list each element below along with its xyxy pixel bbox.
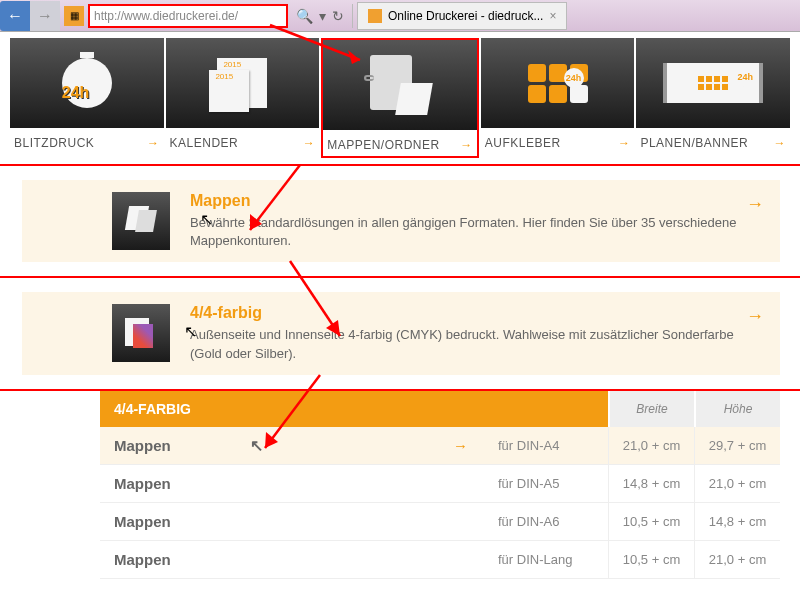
row-format: für DIN-A4 <box>488 427 608 464</box>
arrow-icon: → <box>746 306 764 327</box>
refresh-icon[interactable]: ↻ <box>332 8 344 24</box>
row-hoehe: 21,0 + cm <box>694 541 780 578</box>
arrow-icon: → <box>746 194 764 215</box>
arrow-icon: → <box>303 136 316 150</box>
tab-title: Online Druckerei - diedruck... <box>388 9 543 23</box>
category-blitzdruck[interactable]: 24h BLITZDRUCK→ <box>10 38 164 158</box>
cursor-icon: ↖ <box>250 436 263 455</box>
tab-favicon-icon <box>368 9 382 23</box>
row-hoehe: 21,0 + cm <box>694 465 780 502</box>
category-label: PLANEN/BANNER <box>640 136 748 150</box>
blitzdruck-icon: 24h <box>10 38 164 128</box>
cursor-icon: ↖ <box>184 322 197 341</box>
row-format: für DIN-A5 <box>488 465 608 502</box>
row-format: für DIN-Lang <box>488 541 608 578</box>
category-nav: 24h BLITZDRUCK→ 20152015 KALENDER→ MAPPE… <box>0 32 800 164</box>
arrow-icon: → <box>618 136 631 150</box>
row-format: für DIN-A6 <box>488 503 608 540</box>
option-description: Bewährte Standardlösungen in allen gängi… <box>190 214 740 250</box>
col-header-hoehe: Höhe <box>694 391 780 427</box>
category-label: MAPPEN/ORDNER <box>327 138 440 152</box>
table-row[interactable]: Mappen für DIN-Lang 10,5 + cm 21,0 + cm <box>100 541 780 579</box>
kalender-icon: 20152015 <box>166 38 320 128</box>
option-description: Außenseite und Innenseite 4-farbig (CMYK… <box>190 326 740 362</box>
table-row[interactable]: Mappen für DIN-A5 14,8 + cm 21,0 + cm <box>100 465 780 503</box>
row-name: Mappen <box>114 437 171 454</box>
arrow-icon: → <box>773 136 786 150</box>
option-title: 4/4-farbig <box>190 304 740 322</box>
table-row[interactable]: Mappen für DIN-A6 10,5 + cm 14,8 + cm <box>100 503 780 541</box>
col-header-breite: Breite <box>608 391 694 427</box>
farbig-thumb-icon <box>112 304 170 362</box>
category-label: BLITZDRUCK <box>14 136 94 150</box>
row-name: Mappen <box>114 513 171 530</box>
row-breite: 10,5 + cm <box>608 503 694 540</box>
category-planen-banner[interactable]: 24h PLANEN/BANNER→ <box>636 38 790 158</box>
row-breite: 14,8 + cm <box>608 465 694 502</box>
cursor-icon: ↖ <box>200 210 213 229</box>
category-aufkleber[interactable]: 24h AUFKLEBER→ <box>481 38 635 158</box>
folder-icon <box>323 40 477 130</box>
category-kalender[interactable]: 20152015 KALENDER→ <box>166 38 320 158</box>
arrow-icon: → <box>147 136 160 150</box>
mappen-thumb-icon <box>112 192 170 250</box>
row-hoehe: 14,8 + cm <box>694 503 780 540</box>
option-4-4-farbig[interactable]: 4/4-farbig Außenseite und Innenseite 4-f… <box>0 278 800 390</box>
option-title: Mappen <box>190 192 740 210</box>
arrow-icon: → <box>460 138 473 152</box>
back-button[interactable]: ← <box>0 1 30 31</box>
dropdown-icon[interactable]: ▾ <box>319 8 326 24</box>
option-mappen[interactable]: Mappen Bewährte Standardlösungen in alle… <box>0 166 800 278</box>
browser-tab[interactable]: Online Druckerei - diedruck... × <box>357 2 567 30</box>
row-hoehe: 29,7 + cm <box>694 427 780 464</box>
row-name: Mappen <box>114 475 171 492</box>
search-icon[interactable]: 🔍 <box>296 8 313 24</box>
address-bar[interactable]: http://www.diedruckerei.de/ <box>88 4 288 28</box>
row-breite: 21,0 + cm <box>608 427 694 464</box>
option-list: Mappen Bewährte Standardlösungen in alle… <box>0 164 800 391</box>
row-breite: 10,5 + cm <box>608 541 694 578</box>
table-title: 4/4-FARBIG <box>100 391 608 427</box>
category-label: KALENDER <box>170 136 239 150</box>
product-table: 4/4-FARBIG Breite Höhe Mappen↖→ für DIN-… <box>0 391 800 579</box>
table-row[interactable]: Mappen↖→ für DIN-A4 21,0 + cm 29,7 + cm <box>100 427 780 465</box>
browser-toolbar: ← → ▦ http://www.diedruckerei.de/ 🔍 ▾ ↻ … <box>0 0 800 32</box>
category-label: AUFKLEBER <box>485 136 561 150</box>
table-header: 4/4-FARBIG Breite Höhe <box>100 391 780 427</box>
row-name: Mappen <box>114 551 171 568</box>
favicon-icon: ▦ <box>64 6 84 26</box>
category-mappen-ordner[interactable]: MAPPEN/ORDNER→ <box>321 38 479 158</box>
stickers-icon: 24h <box>481 38 635 128</box>
arrow-icon: → <box>453 437 468 454</box>
tab-close-icon[interactable]: × <box>549 9 556 23</box>
banner-icon: 24h <box>636 38 790 128</box>
forward-button[interactable]: → <box>30 1 60 31</box>
url-controls: 🔍 ▾ ↻ <box>288 4 353 28</box>
